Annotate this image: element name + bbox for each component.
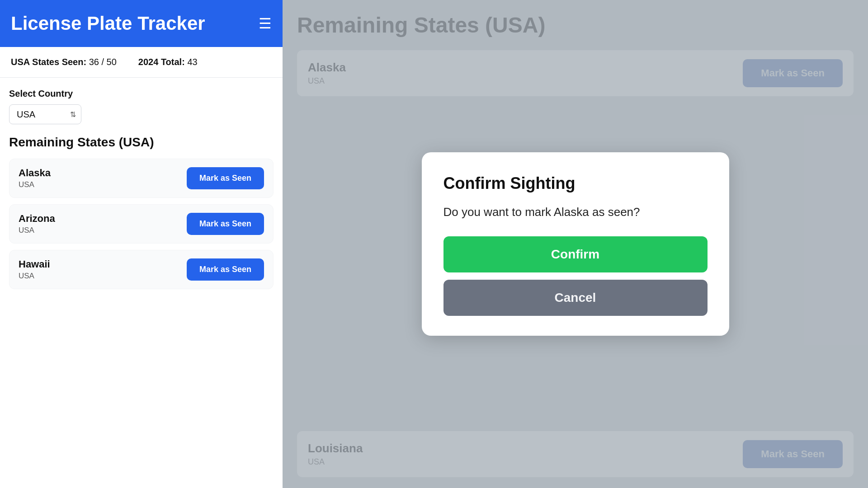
confirm-modal: Confirm Sighting Do you want to mark Ala… [422, 152, 729, 336]
modal-message: Do you want to mark Alaska as seen? [443, 204, 708, 220]
total-value: 43 [187, 57, 197, 67]
modal-overlay: Confirm Sighting Do you want to mark Ala… [283, 0, 868, 488]
select-country-label: Select Country [9, 89, 274, 99]
state-name-arizona: Arizona [19, 213, 55, 225]
country-select[interactable]: USA [9, 104, 81, 124]
mark-seen-hawaii-button[interactable]: Mark as Seen [187, 258, 264, 281]
left-header: License Plate Tracker ☰ [0, 0, 283, 47]
state-card-arizona: Arizona USA Mark as Seen [9, 204, 274, 244]
states-seen-value: 36 / 50 [89, 57, 117, 67]
state-country-arizona: USA [19, 226, 55, 235]
state-card-alaska: Alaska USA Mark as Seen [9, 159, 274, 198]
state-country-alaska: USA [19, 180, 51, 189]
state-card-hawaii: Hawaii USA Mark as Seen [9, 250, 274, 289]
state-list: Alaska USA Mark as Seen Arizona USA Mark… [9, 159, 274, 289]
left-content: Select Country USA Remaining States (USA… [0, 78, 283, 488]
state-info-alaska: Alaska USA [19, 167, 51, 189]
state-info-hawaii: Hawaii USA [19, 258, 50, 281]
total-stat: 2024 Total: 43 [138, 57, 198, 67]
modal-cancel-button[interactable]: Cancel [443, 280, 708, 316]
modal-confirm-button[interactable]: Confirm [443, 236, 708, 272]
mark-seen-arizona-button[interactable]: Mark as Seen [187, 213, 264, 235]
left-section-title: Remaining States (USA) [9, 135, 274, 150]
states-seen-label: USA States Seen: [11, 57, 86, 67]
total-label: 2024 Total: [138, 57, 185, 67]
state-country-hawaii: USA [19, 272, 50, 281]
state-info-arizona: Arizona USA [19, 213, 55, 235]
hamburger-icon[interactable]: ☰ [259, 16, 272, 31]
state-name-hawaii: Hawaii [19, 258, 50, 270]
states-seen-stat: USA States Seen: 36 / 50 [11, 57, 117, 67]
right-panel: Remaining States (USA) Alaska USA Mark a… [283, 0, 868, 488]
left-panel: License Plate Tracker ☰ USA States Seen:… [0, 0, 283, 488]
state-name-alaska: Alaska [19, 167, 51, 179]
modal-title: Confirm Sighting [443, 174, 708, 193]
country-select-wrapper: USA [9, 104, 81, 124]
mark-seen-alaska-button[interactable]: Mark as Seen [187, 167, 264, 189]
app-title: License Plate Tracker [11, 13, 205, 34]
stats-bar: USA States Seen: 36 / 50 2024 Total: 43 [0, 47, 283, 78]
